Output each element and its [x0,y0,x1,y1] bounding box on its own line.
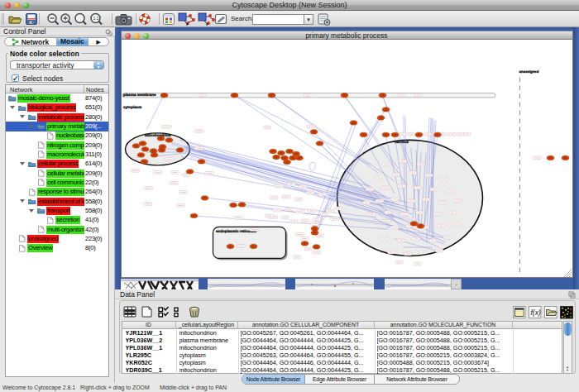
svg-text:cytoplasm: cytoplasm [123,104,141,108]
svg-text:plasma membrane: plasma membrane [123,92,156,96]
svg-text:unassigned: unassigned [519,69,538,73]
svg-text:1:1: 1:1 [93,16,99,21]
svg-text:f(x): f(x) [531,308,541,316]
